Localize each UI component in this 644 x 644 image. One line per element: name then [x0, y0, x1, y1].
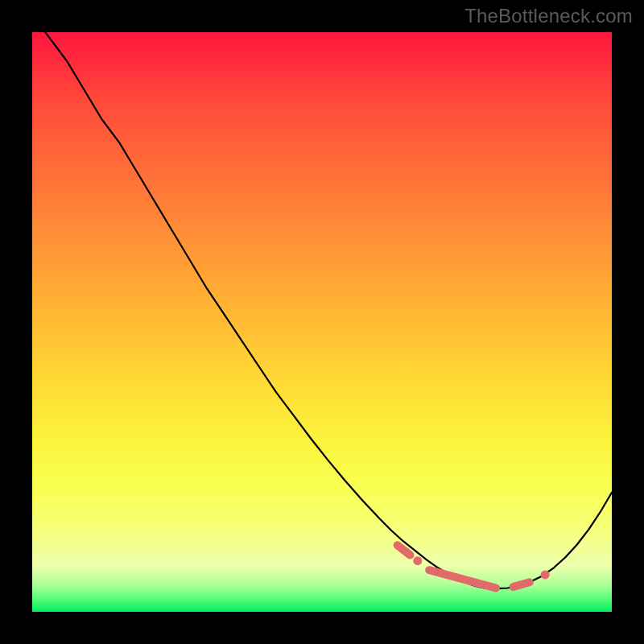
chart-canvas: TheBottleneck.com	[0, 0, 644, 644]
bottleneck-curve	[32, 14, 612, 588]
highlight-segment	[429, 570, 496, 588]
highlight-dot	[541, 570, 550, 579]
highlight-dot	[413, 556, 422, 565]
watermark-text: TheBottleneck.com	[464, 5, 633, 27]
marker-group	[398, 545, 550, 588]
chart-svg	[32, 32, 612, 612]
highlight-segment	[398, 545, 411, 555]
highlight-segment	[514, 582, 530, 587]
